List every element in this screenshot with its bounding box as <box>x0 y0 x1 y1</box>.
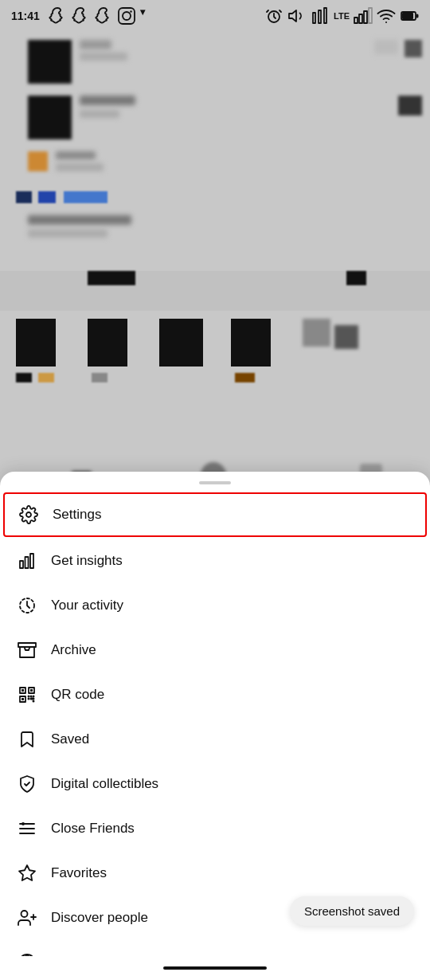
signal-icon <box>354 6 373 25</box>
svg-point-39 <box>22 911 28 917</box>
status-bar: 11:41 ▾ LTE <box>0 0 430 32</box>
bar-chart-icon <box>16 550 38 572</box>
svg-rect-8 <box>354 18 358 23</box>
bg-icon-2 <box>88 319 127 367</box>
discover-label: Discover people <box>51 910 148 926</box>
lte-badge: LTE <box>334 11 350 21</box>
svg-rect-18 <box>30 554 33 568</box>
network-icon <box>311 6 330 25</box>
svg-rect-17 <box>25 557 29 568</box>
bg-blur-block-5 <box>374 40 398 54</box>
bg-row-1 <box>80 96 135 105</box>
star-icon <box>16 862 38 884</box>
activity-label: Your activity <box>51 598 123 613</box>
snapchat-icon <box>48 6 67 25</box>
chevron-down-icon: ▾ <box>140 6 145 25</box>
svg-rect-5 <box>313 13 315 23</box>
svg-rect-14 <box>402 13 413 19</box>
bg-icon-5b <box>334 325 358 349</box>
insights-label: Get insights <box>51 553 123 569</box>
menu-item-collectibles[interactable]: Digital collectibles <box>0 762 430 806</box>
menu-item-saved[interactable]: Saved <box>0 717 430 762</box>
alarm-icon <box>264 6 283 25</box>
handle-bar <box>199 481 231 484</box>
svg-point-2 <box>130 10 131 12</box>
shield-check-icon <box>16 773 38 795</box>
bg-label-3 <box>92 373 108 382</box>
bg-icon-1 <box>16 319 56 367</box>
bg-icon-4 <box>231 319 271 367</box>
svg-rect-16 <box>20 561 23 568</box>
bg-blur-avatar <box>28 96 72 139</box>
status-time: 11:41 ▾ <box>11 6 145 25</box>
bg-blue-block-3 <box>64 191 108 203</box>
closefriends-label: Close Friends <box>51 821 135 837</box>
settings-label: Settings <box>53 507 101 523</box>
bg-icon-3 <box>159 319 203 367</box>
menu-item-qrcode[interactable]: QR code <box>0 672 430 717</box>
nav-bar <box>0 956 430 980</box>
svg-marker-38 <box>19 865 35 880</box>
sheet-handle[interactable] <box>0 472 430 491</box>
bg-dark-block-2 <box>346 271 366 285</box>
instagram-icon <box>117 6 136 25</box>
clock-activity-icon <box>16 594 38 617</box>
bg-blur-block-1 <box>28 40 72 84</box>
bg-row-3 <box>56 151 96 159</box>
svg-rect-11 <box>369 8 372 23</box>
home-indicator <box>163 966 267 970</box>
menu-item-activity[interactable]: Your activity <box>0 583 430 628</box>
menu-item-favorites[interactable]: Favorites <box>0 851 430 896</box>
bg-color-block <box>28 151 48 171</box>
close-friends-icon <box>16 817 38 840</box>
bg-row-2 <box>80 110 119 118</box>
menu-item-closefriends[interactable]: Close Friends <box>0 806 430 851</box>
archive-label: Archive <box>51 642 96 658</box>
svg-rect-0 <box>119 8 135 24</box>
qr-code-icon <box>16 684 38 706</box>
collectibles-label: Digital collectibles <box>51 776 158 792</box>
menu-item-archive[interactable]: Archive <box>0 628 430 672</box>
svg-marker-4 <box>289 10 296 22</box>
bookmark-icon <box>16 728 38 751</box>
bg-block-right <box>398 96 422 116</box>
bottom-sheet: Settings Get insights Your activity Arch… <box>0 472 430 980</box>
svg-rect-10 <box>364 11 367 23</box>
svg-rect-25 <box>22 689 24 692</box>
battery-icon <box>400 6 419 25</box>
bg-row-6 <box>28 229 108 237</box>
background-content: 11:41 ▾ LTE <box>0 0 430 494</box>
menu-item-insights[interactable]: Get insights <box>0 539 430 583</box>
svg-rect-27 <box>22 698 24 700</box>
menu-item-settings[interactable]: Settings <box>3 492 427 537</box>
svg-point-12 <box>385 22 387 23</box>
svg-rect-26 <box>30 689 33 692</box>
screenshot-saved-toast: Screenshot saved <box>290 896 414 926</box>
qrcode-label: QR code <box>51 687 104 703</box>
time-display: 11:41 <box>11 10 40 22</box>
svg-point-1 <box>123 12 131 20</box>
gear-icon <box>18 504 40 526</box>
svg-point-37 <box>22 822 25 825</box>
snapchat3-icon <box>94 6 113 25</box>
bg-label-1 <box>16 373 32 382</box>
bg-label-4 <box>235 373 255 382</box>
svg-rect-7 <box>324 8 326 23</box>
bg-row-5 <box>28 215 131 225</box>
volume-icon <box>287 6 307 25</box>
bg-blur-block-2 <box>80 40 111 49</box>
bg-dark-block-1 <box>88 271 135 285</box>
wifi-icon <box>377 6 396 25</box>
status-right-icons: LTE <box>264 6 419 25</box>
bg-label-2 <box>38 373 54 382</box>
favorites-label: Favorites <box>51 865 107 881</box>
bg-icon-5a <box>303 319 330 347</box>
bg-blue-block-2 <box>38 191 56 203</box>
toast-label: Screenshot saved <box>304 904 400 918</box>
saved-label: Saved <box>51 731 89 747</box>
bg-blur-block-3 <box>80 53 127 61</box>
snapchat2-icon <box>71 6 90 25</box>
bg-blur-block-4 <box>405 40 422 57</box>
svg-rect-20 <box>18 643 36 647</box>
bg-row-4 <box>56 163 104 171</box>
